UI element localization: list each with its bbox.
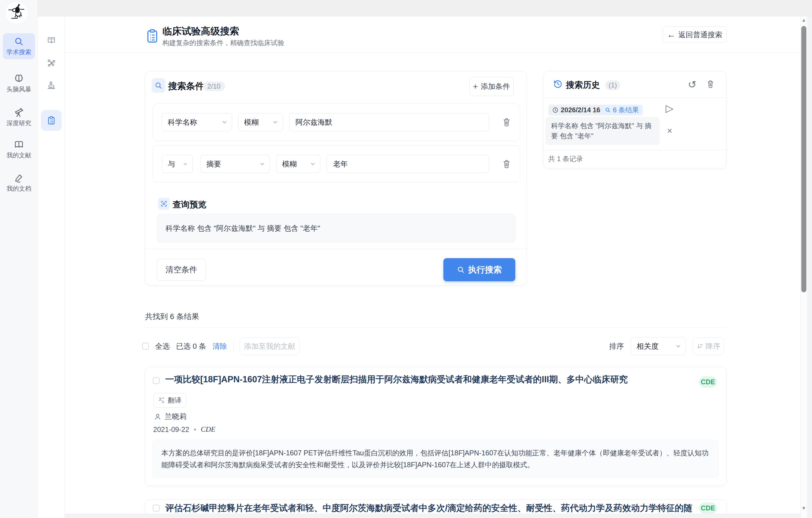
- delete-condition-button[interactable]: [502, 160, 511, 168]
- match-type-select[interactable]: 模糊: [276, 155, 320, 173]
- rail-literature-button[interactable]: [41, 30, 62, 51]
- preview-title: 查询预览: [173, 199, 206, 210]
- chevron-down-icon: [222, 121, 227, 123]
- result-abstract: 本方案的总体研究目的是评价[18F]APN-1607 PET评估纤维性Tau蛋白…: [152, 440, 718, 478]
- condition-value-input[interactable]: [289, 113, 489, 131]
- select-all-label: 全选: [155, 341, 170, 351]
- refresh-icon: ↺: [688, 79, 696, 90]
- tool-rail: [38, 17, 65, 518]
- search-section-icon-chip: [152, 78, 165, 93]
- add-to-library-button[interactable]: 添加至我的文献: [240, 338, 299, 355]
- chevron-down-icon: [311, 163, 315, 165]
- translate-button[interactable]: 文 A 翻译: [153, 393, 186, 408]
- delete-condition-button[interactable]: [502, 118, 511, 127]
- trash-icon: [502, 118, 511, 127]
- meta-row: 2021-09-22 • CDE: [153, 425, 215, 434]
- brain-icon: [14, 74, 24, 84]
- play-icon: ▷: [666, 103, 673, 114]
- sidebar-item-my-documents[interactable]: 我的文档: [3, 173, 35, 193]
- rail-clinical-trials-button[interactable]: [41, 110, 62, 131]
- sort-order-button[interactable]: 降序: [693, 338, 724, 355]
- page-title: 临床试验高级搜索: [163, 25, 239, 38]
- author-name: 兰晓莉: [165, 412, 187, 422]
- open-book-icon: [47, 36, 56, 45]
- result-date: 2021-09-22: [153, 426, 189, 434]
- result-source: CDE: [201, 425, 215, 434]
- scrollbar-thumb[interactable]: [801, 26, 806, 292]
- results-divider: [145, 327, 727, 327]
- match-type-select[interactable]: 模糊: [238, 113, 283, 131]
- clock-icon: [552, 107, 558, 113]
- back-to-normal-search-button[interactable]: ← 返回普通搜索: [663, 27, 727, 43]
- chevron-down-icon: [676, 345, 680, 348]
- sort-label: 排序: [609, 341, 624, 351]
- execute-search-button[interactable]: 执行搜索: [443, 258, 515, 281]
- history-clear-button[interactable]: [706, 80, 715, 88]
- clear-selection-link[interactable]: 清除: [212, 341, 227, 351]
- person-icon: [154, 413, 161, 421]
- sidebar-item-label: 深度研究: [3, 119, 35, 127]
- dog-logo-icon: [8, 4, 26, 22]
- clipboard-icon: [146, 28, 158, 44]
- chevron-down-icon: [183, 163, 187, 165]
- scrollbar-down-arrow[interactable]: ▼: [801, 506, 807, 511]
- condition-row: 科学名称 模糊: [152, 104, 520, 141]
- history-clock-icon: [553, 79, 563, 89]
- sidebar-item-brainstorm[interactable]: 头脑风暴: [3, 74, 35, 94]
- results-summary: 共找到 6 条结果: [145, 312, 199, 322]
- author-row: 兰晓莉: [154, 412, 187, 422]
- svg-text:A: A: [162, 400, 164, 404]
- query-preview-box: 科学名称 包含 "阿尔兹海默" 与 摘要 包含 "老年": [157, 214, 515, 242]
- logic-operator-select[interactable]: 与: [162, 155, 193, 173]
- add-condition-button[interactable]: + 添加条件: [469, 77, 514, 96]
- history-entry-results-badge[interactable]: 6 条结果: [601, 105, 643, 115]
- trash-icon: [502, 160, 511, 168]
- field-select[interactable]: 摘要: [201, 155, 270, 173]
- telescope-icon: [13, 107, 24, 117]
- pencil-icon: [14, 173, 24, 183]
- primary-sidebar: 学术搜索 头脑风暴 深度研究 我的文献 我的文档: [0, 0, 38, 518]
- select-all-checkbox[interactable]: [142, 343, 149, 350]
- condition-counter-badge: 2/10: [203, 82, 225, 91]
- sort-select[interactable]: 相关度: [631, 337, 686, 355]
- result-card: 一项比较[18F]APN-1607注射液正电子发射断层扫描用于阿尔兹海默病受试者…: [145, 367, 727, 486]
- rail-microscope-button[interactable]: [41, 75, 62, 96]
- plus-icon: +: [473, 82, 478, 91]
- sidebar-item-label: 我的文献: [3, 151, 35, 160]
- result-title[interactable]: 一项比较[18F]APN-1607注射液正电子发射断层扫描用于阿尔兹海默病受试者…: [165, 373, 693, 386]
- history-entry-run-button[interactable]: ▷: [666, 103, 673, 114]
- chevron-down-icon: [273, 121, 278, 123]
- sidebar-item-label: 我的文档: [3, 184, 35, 193]
- card-divider: [145, 249, 526, 249]
- selected-count: 已选 0 条: [176, 341, 206, 351]
- dot-separator: •: [194, 426, 196, 434]
- rail-network-button[interactable]: [41, 53, 62, 74]
- history-entry-delete-button[interactable]: ×: [667, 125, 672, 136]
- field-select[interactable]: 科学名称: [162, 113, 232, 131]
- condition-value-input[interactable]: [327, 155, 489, 173]
- source-badge: CDE: [699, 376, 717, 387]
- sort-toolbar: 排序 相关度 降序: [609, 338, 724, 355]
- result-checkbox[interactable]: [153, 505, 160, 512]
- sidebar-item-academic-search[interactable]: 学术搜索: [3, 33, 35, 59]
- scrollbar-up-arrow[interactable]: ▲: [801, 18, 807, 23]
- scan-preview-icon: [160, 200, 168, 207]
- sidebar-item-label: 学术搜索: [3, 48, 35, 56]
- translate-icon: 文 A: [158, 397, 166, 404]
- trash-icon: [706, 80, 715, 88]
- window-right-margin: [807, 17, 812, 518]
- result-checkbox[interactable]: [153, 377, 160, 384]
- sidebar-item-my-literature[interactable]: 我的文献: [3, 140, 35, 160]
- search-conditions-card: 搜索条件 2/10 + 添加条件 科学名称 模糊 与 摘要: [145, 71, 527, 286]
- window-titlebar: [0, 0, 812, 17]
- sidebar-item-label: 头脑风暴: [3, 85, 35, 94]
- clear-conditions-button[interactable]: 清空条件: [157, 259, 206, 281]
- history-refresh-button[interactable]: ↺: [688, 79, 696, 91]
- condition-row: 与 摘要 模糊: [152, 145, 520, 182]
- search-conditions-title: 搜索条件: [168, 80, 204, 92]
- history-count-badge: (1): [605, 80, 620, 90]
- results-selection-toolbar: 全选 已选 0 条 清除 添加至我的文献: [142, 338, 299, 355]
- history-footer-count: 共 1 条记录: [548, 154, 583, 163]
- sidebar-item-deep-research[interactable]: 深度研究: [3, 107, 35, 127]
- history-entry-query[interactable]: 科学名称 包含 "阿尔兹海默" 与 摘要 包含 "老年": [546, 117, 660, 145]
